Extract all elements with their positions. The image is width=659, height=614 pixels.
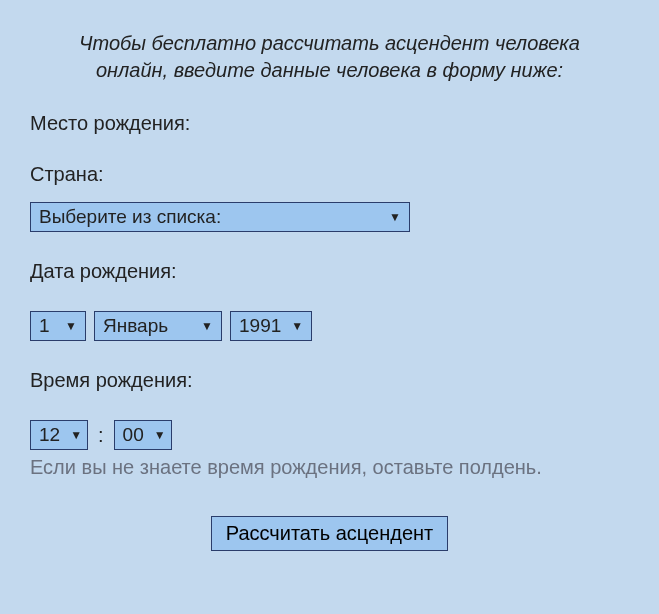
chevron-down-icon: ▼: [291, 319, 303, 333]
country-selected-value: Выберите из списка:: [39, 206, 221, 228]
month-value: Январь: [103, 315, 168, 337]
month-select[interactable]: Январь ▼: [94, 311, 222, 341]
chevron-down-icon: ▼: [389, 210, 401, 224]
birthdate-label: Дата рождения:: [30, 260, 629, 283]
hour-select[interactable]: 12 ▼: [30, 420, 88, 450]
country-label: Страна:: [30, 163, 629, 186]
birthplace-label: Место рождения:: [30, 112, 629, 135]
hour-value: 12: [39, 424, 60, 446]
birthtime-hint: Если вы не знаете время рождения, оставь…: [30, 454, 629, 480]
day-value: 1: [39, 315, 50, 337]
year-select[interactable]: 1991 ▼: [230, 311, 312, 341]
year-value: 1991: [239, 315, 281, 337]
minute-select[interactable]: 00 ▼: [114, 420, 172, 450]
chevron-down-icon: ▼: [154, 428, 166, 442]
calculate-button[interactable]: Рассчитать асцендент: [211, 516, 448, 551]
instruction-text: Чтобы бесплатно рассчитать асцендент чел…: [50, 30, 609, 84]
chevron-down-icon: ▼: [70, 428, 82, 442]
chevron-down-icon: ▼: [201, 319, 213, 333]
time-colon: :: [98, 424, 104, 447]
birthtime-label: Время рождения:: [30, 369, 629, 392]
day-select[interactable]: 1 ▼: [30, 311, 86, 341]
chevron-down-icon: ▼: [65, 319, 77, 333]
minute-value: 00: [123, 424, 144, 446]
country-select[interactable]: Выберите из списка: ▼: [30, 202, 410, 232]
